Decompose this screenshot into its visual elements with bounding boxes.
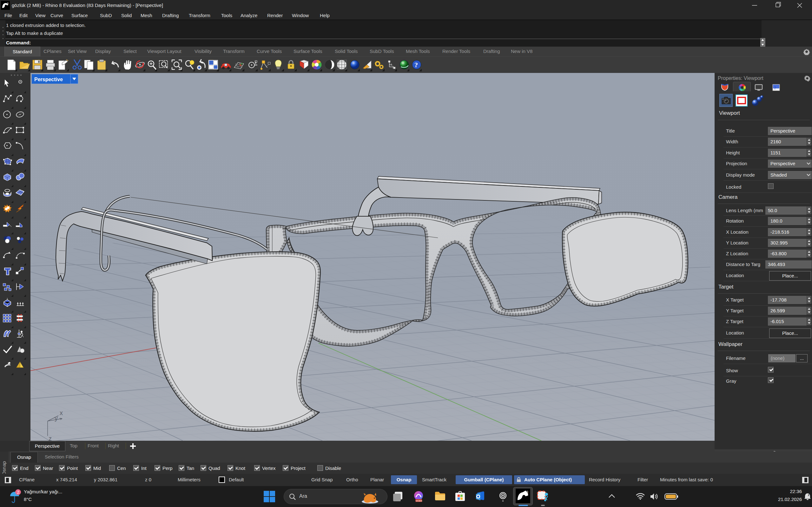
svg-text:y: y: [55, 415, 58, 422]
svg-text:8: 8: [526, 490, 528, 495]
svg-text:2: 2: [17, 490, 19, 495]
svg-text:z: z: [49, 435, 52, 441]
svg-text:x: x: [60, 409, 63, 416]
svg-text:z: z: [808, 493, 809, 497]
svg-text:8: 8: [7, 2, 9, 5]
svg-text:M365: M365: [416, 499, 423, 502]
svg-text:Perspective: Perspective: [34, 77, 63, 82]
svg-text:?: ?: [414, 61, 418, 69]
svg-text:?: ?: [774, 86, 776, 90]
